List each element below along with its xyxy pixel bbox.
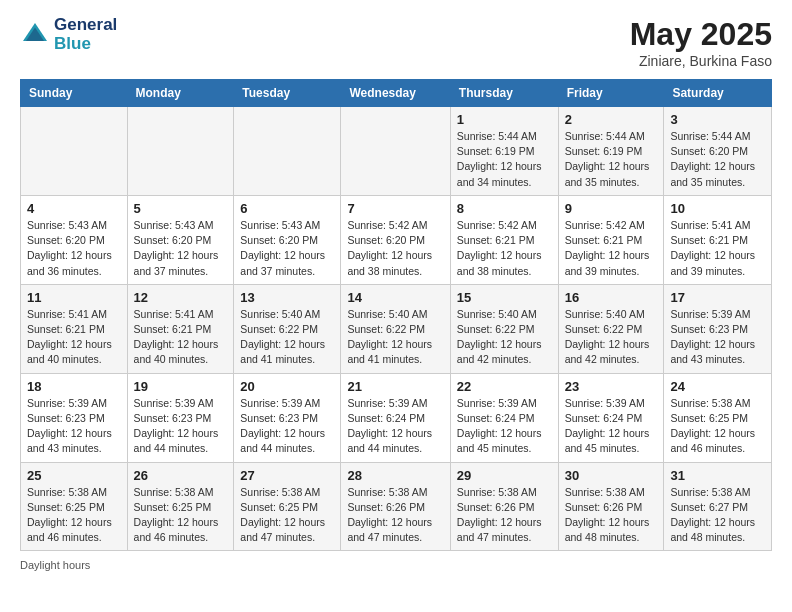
day-header-saturday: Saturday — [664, 80, 772, 107]
cell-day-number: 18 — [27, 379, 121, 394]
day-header-monday: Monday — [127, 80, 234, 107]
calendar-cell: 13Sunrise: 5:40 AMSunset: 6:22 PMDayligh… — [234, 284, 341, 373]
calendar-cell: 4Sunrise: 5:43 AMSunset: 6:20 PMDaylight… — [21, 195, 128, 284]
cell-info: Sunrise: 5:42 AMSunset: 6:20 PMDaylight:… — [347, 218, 443, 279]
cell-info: Sunrise: 5:39 AMSunset: 6:23 PMDaylight:… — [134, 396, 228, 457]
calendar-cell: 23Sunrise: 5:39 AMSunset: 6:24 PMDayligh… — [558, 373, 664, 462]
footer-row: Daylight hours — [20, 559, 772, 571]
main-title: May 2025 — [630, 16, 772, 53]
cell-day-number: 25 — [27, 468, 121, 483]
calendar-cell: 20Sunrise: 5:39 AMSunset: 6:23 PMDayligh… — [234, 373, 341, 462]
calendar-week-4: 18Sunrise: 5:39 AMSunset: 6:23 PMDayligh… — [21, 373, 772, 462]
calendar-cell: 28Sunrise: 5:38 AMSunset: 6:26 PMDayligh… — [341, 462, 450, 551]
cell-day-number: 1 — [457, 112, 552, 127]
cell-info: Sunrise: 5:43 AMSunset: 6:20 PMDaylight:… — [240, 218, 334, 279]
calendar-week-2: 4Sunrise: 5:43 AMSunset: 6:20 PMDaylight… — [21, 195, 772, 284]
title-block: May 2025 Ziniare, Burkina Faso — [630, 16, 772, 69]
calendar-cell: 1Sunrise: 5:44 AMSunset: 6:19 PMDaylight… — [450, 107, 558, 196]
calendar-cell — [127, 107, 234, 196]
cell-day-number: 20 — [240, 379, 334, 394]
cell-day-number: 3 — [670, 112, 765, 127]
calendar-cell: 5Sunrise: 5:43 AMSunset: 6:20 PMDaylight… — [127, 195, 234, 284]
logo: General Blue — [20, 16, 117, 53]
day-header-sunday: Sunday — [21, 80, 128, 107]
cell-info: Sunrise: 5:38 AMSunset: 6:25 PMDaylight:… — [27, 485, 121, 546]
cell-info: Sunrise: 5:44 AMSunset: 6:20 PMDaylight:… — [670, 129, 765, 190]
calendar-cell: 17Sunrise: 5:39 AMSunset: 6:23 PMDayligh… — [664, 284, 772, 373]
logo-text-general: General — [54, 16, 117, 35]
cell-info: Sunrise: 5:40 AMSunset: 6:22 PMDaylight:… — [347, 307, 443, 368]
calendar-week-1: 1Sunrise: 5:44 AMSunset: 6:19 PMDaylight… — [21, 107, 772, 196]
calendar-cell: 18Sunrise: 5:39 AMSunset: 6:23 PMDayligh… — [21, 373, 128, 462]
calendar-week-5: 25Sunrise: 5:38 AMSunset: 6:25 PMDayligh… — [21, 462, 772, 551]
cell-info: Sunrise: 5:39 AMSunset: 6:24 PMDaylight:… — [347, 396, 443, 457]
day-header-thursday: Thursday — [450, 80, 558, 107]
page: General Blue May 2025 Ziniare, Burkina F… — [0, 0, 792, 587]
cell-day-number: 27 — [240, 468, 334, 483]
cell-day-number: 23 — [565, 379, 658, 394]
calendar-cell: 11Sunrise: 5:41 AMSunset: 6:21 PMDayligh… — [21, 284, 128, 373]
cell-day-number: 15 — [457, 290, 552, 305]
cell-info: Sunrise: 5:38 AMSunset: 6:26 PMDaylight:… — [347, 485, 443, 546]
calendar-cell: 6Sunrise: 5:43 AMSunset: 6:20 PMDaylight… — [234, 195, 341, 284]
cell-day-number: 6 — [240, 201, 334, 216]
logo-text-blue: Blue — [54, 35, 117, 54]
calendar-cell: 2Sunrise: 5:44 AMSunset: 6:19 PMDaylight… — [558, 107, 664, 196]
calendar-cell: 27Sunrise: 5:38 AMSunset: 6:25 PMDayligh… — [234, 462, 341, 551]
calendar-cell: 15Sunrise: 5:40 AMSunset: 6:22 PMDayligh… — [450, 284, 558, 373]
cell-info: Sunrise: 5:43 AMSunset: 6:20 PMDaylight:… — [134, 218, 228, 279]
cell-info: Sunrise: 5:38 AMSunset: 6:25 PMDaylight:… — [240, 485, 334, 546]
cell-day-number: 29 — [457, 468, 552, 483]
calendar-cell — [21, 107, 128, 196]
cell-day-number: 21 — [347, 379, 443, 394]
calendar: SundayMondayTuesdayWednesdayThursdayFrid… — [20, 79, 772, 551]
cell-info: Sunrise: 5:44 AMSunset: 6:19 PMDaylight:… — [457, 129, 552, 190]
calendar-cell: 31Sunrise: 5:38 AMSunset: 6:27 PMDayligh… — [664, 462, 772, 551]
day-header-wednesday: Wednesday — [341, 80, 450, 107]
cell-info: Sunrise: 5:38 AMSunset: 6:25 PMDaylight:… — [670, 396, 765, 457]
cell-day-number: 9 — [565, 201, 658, 216]
cell-day-number: 4 — [27, 201, 121, 216]
cell-day-number: 26 — [134, 468, 228, 483]
cell-day-number: 10 — [670, 201, 765, 216]
cell-info: Sunrise: 5:38 AMSunset: 6:26 PMDaylight:… — [457, 485, 552, 546]
calendar-cell: 25Sunrise: 5:38 AMSunset: 6:25 PMDayligh… — [21, 462, 128, 551]
calendar-cell — [234, 107, 341, 196]
cell-day-number: 7 — [347, 201, 443, 216]
calendar-cell: 19Sunrise: 5:39 AMSunset: 6:23 PMDayligh… — [127, 373, 234, 462]
cell-info: Sunrise: 5:41 AMSunset: 6:21 PMDaylight:… — [134, 307, 228, 368]
cell-info: Sunrise: 5:39 AMSunset: 6:24 PMDaylight:… — [565, 396, 658, 457]
cell-day-number: 31 — [670, 468, 765, 483]
cell-info: Sunrise: 5:41 AMSunset: 6:21 PMDaylight:… — [670, 218, 765, 279]
cell-info: Sunrise: 5:42 AMSunset: 6:21 PMDaylight:… — [457, 218, 552, 279]
cell-day-number: 24 — [670, 379, 765, 394]
calendar-cell: 24Sunrise: 5:38 AMSunset: 6:25 PMDayligh… — [664, 373, 772, 462]
cell-info: Sunrise: 5:42 AMSunset: 6:21 PMDaylight:… — [565, 218, 658, 279]
calendar-cell: 12Sunrise: 5:41 AMSunset: 6:21 PMDayligh… — [127, 284, 234, 373]
footer-note: Daylight hours — [20, 559, 90, 571]
cell-info: Sunrise: 5:40 AMSunset: 6:22 PMDaylight:… — [565, 307, 658, 368]
cell-info: Sunrise: 5:38 AMSunset: 6:26 PMDaylight:… — [565, 485, 658, 546]
calendar-header-row: SundayMondayTuesdayWednesdayThursdayFrid… — [21, 80, 772, 107]
calendar-cell: 30Sunrise: 5:38 AMSunset: 6:26 PMDayligh… — [558, 462, 664, 551]
cell-info: Sunrise: 5:38 AMSunset: 6:27 PMDaylight:… — [670, 485, 765, 546]
cell-day-number: 16 — [565, 290, 658, 305]
cell-info: Sunrise: 5:39 AMSunset: 6:23 PMDaylight:… — [240, 396, 334, 457]
cell-day-number: 12 — [134, 290, 228, 305]
cell-day-number: 5 — [134, 201, 228, 216]
header: General Blue May 2025 Ziniare, Burkina F… — [20, 16, 772, 69]
calendar-cell — [341, 107, 450, 196]
day-header-tuesday: Tuesday — [234, 80, 341, 107]
cell-day-number: 22 — [457, 379, 552, 394]
calendar-week-3: 11Sunrise: 5:41 AMSunset: 6:21 PMDayligh… — [21, 284, 772, 373]
cell-info: Sunrise: 5:40 AMSunset: 6:22 PMDaylight:… — [457, 307, 552, 368]
cell-day-number: 11 — [27, 290, 121, 305]
cell-day-number: 13 — [240, 290, 334, 305]
calendar-cell: 14Sunrise: 5:40 AMSunset: 6:22 PMDayligh… — [341, 284, 450, 373]
cell-day-number: 19 — [134, 379, 228, 394]
cell-day-number: 14 — [347, 290, 443, 305]
logo-icon — [20, 20, 50, 50]
calendar-cell: 9Sunrise: 5:42 AMSunset: 6:21 PMDaylight… — [558, 195, 664, 284]
cell-info: Sunrise: 5:41 AMSunset: 6:21 PMDaylight:… — [27, 307, 121, 368]
calendar-cell: 21Sunrise: 5:39 AMSunset: 6:24 PMDayligh… — [341, 373, 450, 462]
